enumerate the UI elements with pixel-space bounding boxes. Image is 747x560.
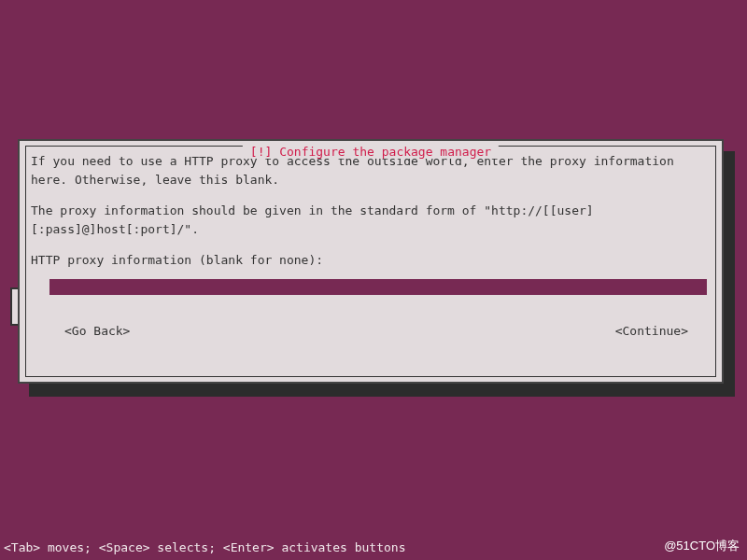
button-row: <Go Back> <Continue> [64,324,688,338]
input-underline: ________________________________________… [42,297,707,309]
dialog-title-prefix: [!] [250,145,272,159]
configure-package-manager-dialog: [!] Configure the package manager If you… [18,139,724,384]
footer-hint: <Tab> moves; <Space> selects; <Enter> ac… [4,540,405,554]
continue-button[interactable]: <Continue> [615,324,688,338]
proxy-input[interactable] [42,279,707,295]
instruction-text-2: The proxy information should be given in… [31,202,711,238]
go-back-button[interactable]: <Go Back> [64,324,130,338]
dialog-title-text: Configure the package manager [279,145,491,159]
dialog-title: [!] Configure the package manager [243,145,499,159]
watermark: @51CTO博客 [664,538,740,554]
proxy-prompt-label: HTTP proxy information (blank for none): [31,251,711,270]
cursor-icon [42,279,49,295]
dialog-content: If you need to use a HTTP proxy to acces… [31,152,711,273]
